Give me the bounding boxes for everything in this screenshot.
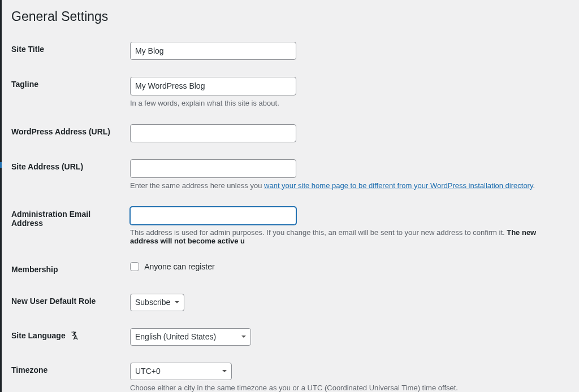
translation-icon <box>70 331 79 342</box>
label-site-title: Site Title <box>11 33 124 68</box>
row-site-url: Site Address (URL) Enter the same addres… <box>11 151 568 198</box>
label-admin-email: Administration Email Address <box>11 198 124 254</box>
label-timezone: Timezone <box>11 354 124 392</box>
label-wp-url: WordPress Address (URL) <box>11 116 124 151</box>
tagline-desc: In a few words, explain what this site i… <box>130 99 562 107</box>
row-site-language: Site Language English (United States) <box>11 320 568 354</box>
site-url-input[interactable] <box>130 159 296 177</box>
form-table: Site Title Tagline In a few words, expla… <box>11 33 568 392</box>
timezone-desc: Choose either a city in the same timezon… <box>130 384 562 392</box>
wp-url-input[interactable] <box>130 124 296 142</box>
site-url-desc: Enter the same address here unless you w… <box>130 181 562 190</box>
settings-general-wrap: General Settings Site Title Tagline In a… <box>0 0 579 392</box>
tagline-input[interactable] <box>130 77 296 95</box>
label-site-language: Site Language <box>11 320 124 354</box>
label-membership: Membership <box>11 254 124 285</box>
membership-checkbox-wrap[interactable]: Anyone can register <box>130 262 215 271</box>
site-url-desc-pre: Enter the same address here unless you <box>130 181 264 190</box>
membership-checkbox-label: Anyone can register <box>144 262 215 271</box>
site-title-input[interactable] <box>130 42 296 60</box>
row-admin-email: Administration Email Address This addres… <box>11 198 568 254</box>
row-default-role: New User Default Role Subscriber <box>11 285 568 320</box>
row-wp-url: WordPress Address (URL) <box>11 116 568 151</box>
site-url-desc-link[interactable]: want your site home page to be different… <box>264 181 533 190</box>
row-site-title: Site Title <box>11 33 568 68</box>
row-timezone: Timezone UTC+0 Choose either a city in t… <box>11 354 568 392</box>
label-site-url: Site Address (URL) <box>11 151 124 198</box>
site-language-select[interactable]: English (United States) <box>130 328 251 346</box>
row-tagline: Tagline In a few words, explain what thi… <box>11 68 568 115</box>
label-site-language-text: Site Language <box>11 331 66 340</box>
site-url-desc-post: . <box>533 181 535 190</box>
label-default-role: New User Default Role <box>11 285 124 320</box>
admin-email-desc: This address is used for admin purposes.… <box>130 228 562 245</box>
admin-email-input[interactable] <box>130 207 296 225</box>
membership-checkbox[interactable] <box>130 262 139 271</box>
timezone-select[interactable]: UTC+0 <box>130 363 232 380</box>
default-role-select[interactable]: Subscriber <box>130 294 184 311</box>
page-title: General Settings <box>11 9 568 24</box>
row-membership: Membership Anyone can register <box>11 254 568 285</box>
label-tagline: Tagline <box>11 68 124 115</box>
admin-email-desc-pre: This address is used for admin purposes.… <box>130 228 507 237</box>
